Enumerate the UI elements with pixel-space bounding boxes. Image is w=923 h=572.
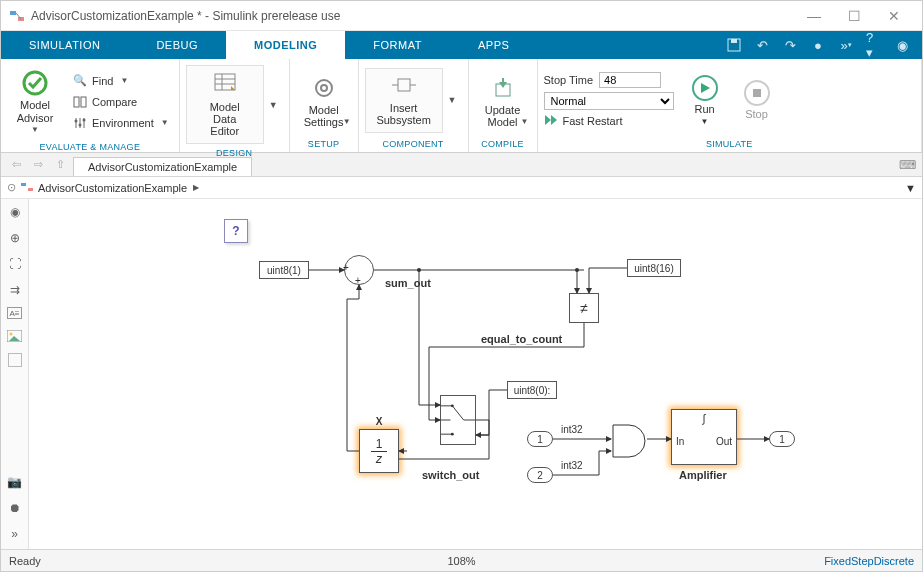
redo-icon[interactable]: ↷	[782, 37, 798, 53]
model-tab[interactable]: AdvisorCustomizationExample	[73, 157, 252, 176]
model-path-text[interactable]: AdvisorCustomizationExample	[38, 182, 187, 194]
normal-view-icon[interactable]: ⇉	[6, 281, 24, 299]
pin-icon[interactable]: ⊙	[7, 181, 16, 194]
sliders-icon	[73, 116, 87, 130]
gear-icon[interactable]: ◉	[894, 37, 910, 53]
minimize-button[interactable]: —	[794, 2, 834, 30]
svg-point-40	[451, 404, 454, 407]
section-compile-label: COMPILE	[473, 137, 533, 152]
svg-point-50	[417, 268, 421, 272]
nav-back[interactable]: ⇦	[7, 156, 25, 174]
tab-format[interactable]: FORMAT	[345, 31, 450, 59]
record-icon[interactable]: ⏺	[6, 499, 24, 517]
expand-icon[interactable]: »▾	[838, 37, 854, 53]
palette-toolbar: ◉ ⊕ ⛶ ⇉ A≡ 📷 ⏺ »	[1, 199, 29, 549]
int32-label-1: int32	[561, 424, 583, 435]
stop-icon	[744, 80, 770, 106]
find-button[interactable]: 🔍Find▼	[69, 72, 173, 90]
tab-apps[interactable]: APPS	[450, 31, 537, 59]
amp-out-label: Out	[716, 436, 732, 447]
svg-point-19	[316, 80, 332, 96]
svg-rect-21	[398, 79, 410, 91]
expand-right-icon[interactable]: »	[6, 525, 24, 543]
svg-point-12	[79, 123, 82, 126]
environment-button[interactable]: Environment▼	[69, 114, 173, 132]
simulation-mode-select[interactable]: Normal	[544, 92, 674, 110]
section-evaluate-label: EVALUATE & MANAGE	[5, 140, 175, 155]
window-title: AdvisorCustomizationExample * - Simulink…	[31, 9, 794, 23]
unit-delay-block[interactable]: X 1 z	[359, 429, 399, 473]
svg-marker-27	[551, 115, 557, 125]
tab-modeling[interactable]: MODELING	[226, 31, 345, 59]
fast-restart-button[interactable]: Fast Restart	[544, 114, 674, 128]
relational-operator-block[interactable]: ≠	[569, 293, 599, 323]
insert-subsystem-button[interactable]: Insert Subsystem	[365, 68, 443, 133]
zoom-in-icon[interactable]: ⊕	[6, 229, 24, 247]
dot-icon[interactable]: ●	[810, 37, 826, 53]
model-path-bar: ⊙ AdvisorCustomizationExample ▶ ▼	[1, 177, 922, 199]
svg-rect-6	[74, 97, 79, 107]
nav-up[interactable]: ⇧	[51, 156, 69, 174]
amplifier-block[interactable]: ∫ In Out	[671, 409, 737, 465]
compare-icon	[73, 95, 87, 109]
switch-block[interactable]	[440, 395, 476, 445]
play-icon	[692, 75, 718, 101]
model-canvas[interactable]: ? uint8(1) uint8(16) uint8(0): + + sum_o…	[29, 199, 922, 549]
update-model-button[interactable]: Update Model ▼	[475, 70, 531, 130]
tab-simulation[interactable]: SIMULATION	[1, 31, 128, 59]
maximize-button[interactable]: ☐	[834, 2, 874, 30]
stop-button[interactable]: Stop	[736, 76, 778, 124]
image-icon[interactable]	[6, 327, 24, 345]
amplifier-label: Amplifier	[679, 469, 727, 481]
fit-icon[interactable]: ⛶	[6, 255, 24, 273]
section-evaluate: Model Advisor ▼ 🔍Find▼ Compare Environme…	[1, 59, 180, 152]
title-bar: AdvisorCustomizationExample * - Simulink…	[1, 1, 922, 31]
hide-toolstrip-icon[interactable]: ▼	[905, 182, 916, 194]
svg-point-11	[75, 119, 78, 122]
constant-uint8-0[interactable]: uint8(0):	[507, 381, 557, 399]
svg-marker-25	[499, 82, 507, 88]
inport-2[interactable]: 2	[527, 467, 553, 483]
svg-rect-4	[731, 39, 737, 43]
help-block[interactable]: ?	[224, 219, 248, 243]
design-gallery-dropdown[interactable]: ▼	[264, 65, 283, 144]
run-button[interactable]: Run ▼	[684, 71, 726, 130]
component-gallery-dropdown[interactable]: ▼	[443, 68, 462, 133]
svg-marker-28	[701, 83, 710, 93]
and-gate-block[interactable]	[611, 423, 647, 459]
tab-debug[interactable]: DEBUG	[128, 31, 226, 59]
svg-rect-29	[753, 89, 761, 97]
close-button[interactable]: ✕	[874, 2, 914, 30]
section-simulate-label: SIMULATE	[542, 137, 917, 152]
keyboard-icon[interactable]: ⌨	[899, 158, 916, 172]
annotation-icon[interactable]: A≡	[7, 307, 22, 319]
nav-fwd[interactable]: ⇨	[29, 156, 47, 174]
screenshot-icon[interactable]: 📷	[6, 473, 24, 491]
sum-block[interactable]: + +	[344, 255, 374, 285]
save-icon[interactable]	[726, 37, 742, 53]
model-data-editor-button[interactable]: Model Data Editor	[186, 65, 264, 144]
constant-uint8-1[interactable]: uint8(1)	[259, 261, 309, 279]
svg-rect-30	[21, 183, 26, 186]
stop-time-input[interactable]	[599, 72, 661, 88]
svg-rect-7	[81, 97, 86, 107]
viewmark-icon[interactable]	[8, 353, 22, 367]
window-controls: — ☐ ✕	[794, 2, 914, 30]
outport-1[interactable]: 1	[769, 431, 795, 447]
svg-rect-31	[28, 188, 33, 191]
section-setup: Model Settings ▼ SETUP	[290, 59, 359, 152]
svg-line-38	[452, 406, 463, 420]
int32-label-2: int32	[561, 460, 583, 471]
compare-button[interactable]: Compare	[69, 93, 173, 111]
model-advisor-button[interactable]: Model Advisor ▼	[7, 65, 63, 138]
hide-browser-icon[interactable]: ◉	[6, 203, 24, 221]
path-chevron-icon[interactable]: ▶	[193, 183, 199, 192]
undo-icon[interactable]: ↶	[754, 37, 770, 53]
constant-uint8-16[interactable]: uint8(16)	[627, 259, 681, 277]
inport-1[interactable]: 1	[527, 431, 553, 447]
status-solver[interactable]: FixedStepDiscrete	[824, 555, 914, 567]
status-zoom[interactable]: 108%	[447, 555, 475, 567]
help-icon[interactable]: ? ▾	[866, 37, 882, 53]
svg-point-41	[451, 433, 454, 436]
model-settings-button[interactable]: Model Settings ▼	[296, 70, 352, 130]
